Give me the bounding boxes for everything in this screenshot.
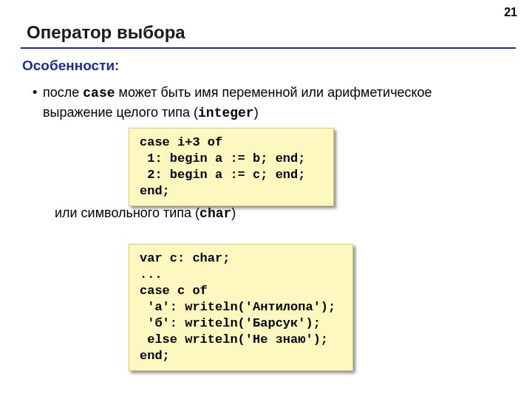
bullet-text-1: после — [43, 85, 83, 100]
code-block-integer: case i+3 of 1: begin a := b; end; 2: beg… — [129, 128, 334, 206]
title-underline — [21, 47, 516, 49]
text2-before: или символьного типа ( — [55, 205, 200, 220]
text2-code-char: char — [200, 206, 231, 221]
page-title: Оператор выбора — [27, 22, 185, 43]
bullet-marker: • — [33, 83, 37, 102]
bullet-code-case: case — [83, 86, 115, 100]
text2-after: ) — [231, 205, 236, 220]
bullet-code-integer: integer — [198, 106, 254, 120]
section-subtitle: Особенности: — [22, 58, 119, 74]
bullet-item: • после case может быть имя переменной и… — [43, 83, 502, 123]
bullet-text-3: ) — [254, 105, 259, 120]
page-number: 21 — [504, 6, 517, 19]
code-block-char: var c: char; ... case c of 'а': writeln(… — [129, 244, 353, 371]
text-char-type: или символьного типа (char) — [55, 205, 236, 221]
